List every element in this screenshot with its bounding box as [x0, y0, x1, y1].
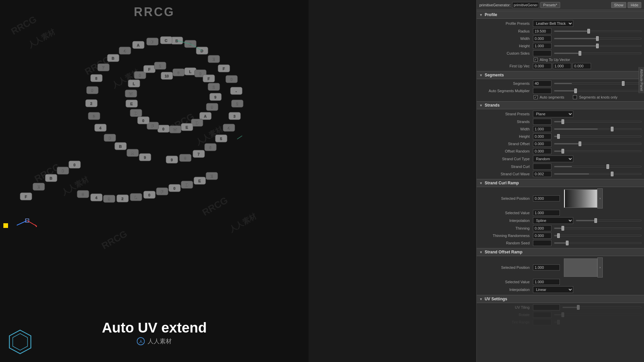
thinning-row: Thinning	[477, 225, 644, 232]
strands-arrow-icon: ▼	[479, 104, 483, 107]
strand-presets-dropdown[interactable]: Plane	[533, 111, 573, 117]
section-strand-offset-ramp-header[interactable]: ▼ Strand Offset Ramp	[477, 248, 644, 256]
thinning-input[interactable]	[533, 225, 551, 231]
strands-count-input[interactable]	[533, 119, 551, 125]
offset-ramp-position-label: Selected Position	[479, 265, 533, 269]
svg-text:A: A	[131, 151, 134, 155]
section-strand-curl-ramp-header[interactable]: ▼ Strand Curl Ramp	[477, 179, 644, 187]
svg-text:0: 0	[199, 72, 201, 76]
offset-random-input[interactable]	[533, 148, 551, 154]
offset-ramp-value-label: Selected Value	[479, 280, 533, 284]
profile-width-input[interactable]	[533, 36, 551, 42]
first-up-vec-z[interactable]	[573, 63, 591, 69]
svg-text:D: D	[185, 183, 188, 187]
hide-button[interactable]: Hide	[628, 2, 641, 8]
curl-ramp-position-input[interactable]	[533, 195, 560, 201]
primitive-generator-input[interactable]	[512, 2, 539, 8]
aling-checkbox[interactable]	[534, 58, 538, 62]
auto-seg-mult-input[interactable]	[533, 88, 551, 94]
curl-ramp-expand-button[interactable]: ›	[597, 188, 603, 208]
presets-button[interactable]: Presets*	[540, 2, 560, 8]
strand-curl-slider[interactable]	[554, 166, 641, 167]
uv-extra-input-2[interactable]	[533, 319, 551, 325]
uv-tiling-row: UV Tiling	[477, 304, 644, 311]
profile-custom-sides-row: Custom Sides	[477, 50, 644, 57]
svg-text:-: -	[235, 89, 237, 93]
first-up-vec-x[interactable]	[533, 63, 551, 69]
offset-ramp-interp-dropdown[interactable]: Linear	[533, 286, 573, 293]
segments-input[interactable]	[533, 80, 551, 86]
segments-at-knots-checkbox[interactable]	[573, 95, 577, 99]
svg-text:F: F	[223, 67, 225, 71]
segments-slider[interactable]	[554, 83, 641, 84]
auto-segments-checkbox[interactable]	[534, 95, 538, 99]
profile-height-slider[interactable]	[554, 45, 641, 47]
offset-ramp-position-input[interactable]	[533, 264, 560, 270]
profile-radius-value	[533, 28, 641, 34]
curl-ramp-value-input[interactable]	[533, 210, 560, 216]
section-segments-header[interactable]: ▼ Segments	[477, 71, 644, 79]
strands-width-slider[interactable]	[554, 128, 641, 130]
profile-height-input[interactable]	[533, 43, 551, 49]
svg-text:E: E	[210, 174, 213, 178]
offset-ramp-expand-button[interactable]: ›	[597, 257, 603, 278]
svg-text:8: 8	[82, 192, 84, 196]
strand-offset-slider[interactable]	[554, 143, 641, 144]
section-strands-header[interactable]: ▼ Strands	[477, 101, 644, 109]
uv-tiling-input[interactable]	[533, 304, 560, 310]
thinning-randomness-slider[interactable]	[554, 235, 641, 236]
auto-seg-mult-slider[interactable]	[554, 90, 641, 92]
strands-height-input[interactable]	[533, 133, 551, 139]
section-profile-header[interactable]: ▼ Profile	[477, 11, 644, 19]
profile-presets-value: Leather Belt Thick	[533, 20, 641, 27]
svg-text:D: D	[196, 121, 198, 125]
profile-radius-slider[interactable]	[554, 31, 641, 32]
svg-text:A: A	[137, 43, 140, 47]
strand-curl-wave-slider[interactable]	[554, 173, 641, 175]
svg-text:7: 7	[198, 152, 200, 156]
profile-radius-input[interactable]	[533, 28, 551, 34]
uv-extra-input-1[interactable]	[533, 312, 551, 318]
strand-curl-wave-input[interactable]	[533, 171, 551, 177]
curl-ramp-position-label: Selected Position	[479, 196, 533, 200]
strands-width-input[interactable]	[533, 126, 551, 132]
thinning-randomness-input[interactable]	[533, 233, 551, 239]
svg-text:0: 0	[139, 73, 141, 77]
uv-extra-slider-1[interactable]	[554, 314, 641, 315]
profile-custom-sides-input[interactable]	[533, 50, 551, 56]
strands-height-slider[interactable]	[554, 136, 641, 137]
section-uv-settings-header[interactable]: ▼ UV Settings	[477, 295, 644, 303]
curl-ramp-interp-slider[interactable]	[576, 220, 641, 221]
profile-width-slider[interactable]	[554, 38, 641, 39]
section-strands-content: Strand Presets Plane Strands	[477, 109, 644, 178]
strand-curl-input[interactable]	[533, 164, 551, 170]
svg-text:B: B	[50, 176, 52, 180]
segments-arrow-icon: ▼	[479, 73, 483, 77]
profile-height-value	[533, 43, 641, 49]
strand-curl-type-dropdown[interactable]: Random	[533, 156, 573, 162]
strands-width-label: Width	[479, 127, 533, 131]
offset-ramp-value-input[interactable]	[533, 279, 560, 285]
attribute-panel-tab[interactable]: Attribute Panel	[639, 67, 644, 93]
random-seed-input[interactable]	[533, 240, 551, 246]
show-button[interactable]: Show	[611, 2, 627, 8]
logo-hex-icon	[7, 328, 34, 355]
strands-width-value	[533, 126, 641, 132]
strands-count-slider[interactable]	[554, 121, 641, 122]
segments-at-knots-label: Segments at knots only	[579, 95, 617, 99]
offset-random-slider[interactable]	[554, 150, 641, 152]
profile-presets-dropdown[interactable]: Leather Belt Thick	[533, 20, 573, 27]
profile-first-up-vec-value	[533, 63, 641, 69]
first-up-vec-y[interactable]	[553, 63, 571, 69]
uv-tiling-slider[interactable]	[562, 307, 641, 308]
thinning-slider[interactable]	[554, 228, 641, 229]
profile-first-up-vec-row: First Up Vec	[477, 62, 644, 70]
uv-extra-row-1: Rotate	[477, 311, 644, 318]
svg-text:0: 0	[73, 163, 75, 167]
random-seed-slider[interactable]	[554, 242, 641, 244]
curl-ramp-interp-dropdown[interactable]: Spline	[533, 217, 573, 224]
uv-extra-slider-2[interactable]	[554, 321, 641, 323]
strand-offset-input[interactable]	[533, 141, 551, 147]
profile-custom-sides-slider[interactable]	[554, 53, 641, 54]
uv-extra-value-2	[533, 319, 641, 325]
